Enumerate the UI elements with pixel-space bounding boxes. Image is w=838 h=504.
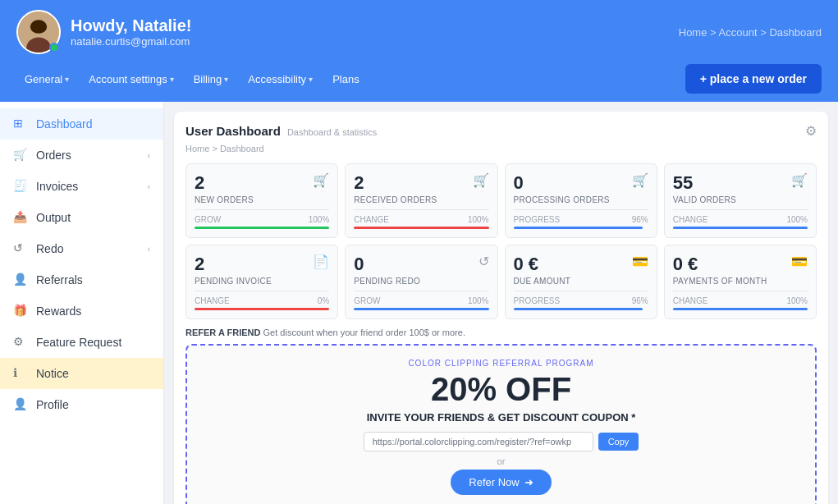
header-right: Home > Account > Dashboard — [679, 26, 822, 39]
refer-box: COLOR CLIPPING REFERRAL PROGRAM 20% OFF … — [185, 344, 817, 504]
dashboard-title-wrap: User Dashboard Dashboard & statistics — [185, 124, 377, 138]
nav-accessibility[interactable]: Accessibility ▾ — [240, 69, 321, 89]
stat-pending-redo: 0 ↺ PENDING REDO GROW 100% — [345, 245, 497, 319]
refer-link-input[interactable] — [364, 432, 593, 451]
main-layout: ⊞ Dashboard 🛒 Orders ‹ 🧾 Invoices ‹ 📤 Ou… — [0, 102, 838, 504]
stat-valid-orders: 55 🛒 VALID ORDERS CHANGE 100% — [664, 163, 817, 238]
chevron-down-icon: ▾ — [170, 75, 174, 84]
cart-check-icon: 🛒 — [791, 172, 808, 188]
stat-new-orders-label: NEW ORDERS — [195, 195, 329, 204]
stat-pending-invoice: 2 📄 PENDING INVOICE CHANGE 0% — [185, 245, 338, 319]
nav-account-settings-label: Account settings — [89, 73, 167, 85]
sidebar-item-referrals[interactable]: 👤 Referrals — [0, 264, 163, 296]
settings-button[interactable]: ⚙ — [805, 123, 817, 139]
sidebar-item-dashboard[interactable]: ⊞ Dashboard — [0, 108, 163, 140]
stat-processing-label: PROCESSING ORDERS — [514, 195, 648, 204]
online-indicator — [49, 43, 59, 53]
sidebar-label-referrals: Referrals — [36, 273, 83, 286]
sidebar-item-output[interactable]: 📤 Output — [0, 202, 163, 233]
dashboard-card: User Dashboard Dashboard & statistics ⚙ … — [174, 112, 828, 504]
nav-plans[interactable]: Plans — [324, 69, 368, 89]
chevron-down-icon: ▾ — [224, 75, 228, 84]
greeting: Howdy, Natalie! — [71, 16, 191, 35]
stat-progress-value: 96% — [632, 215, 648, 224]
sidebar-item-notice[interactable]: ℹ Notice — [0, 358, 163, 389]
stat-valid-change-label: CHANGE — [673, 215, 708, 224]
notice-icon: ℹ — [13, 366, 28, 381]
refer-link-row: Copy — [200, 432, 802, 451]
stat-received-bottom: CHANGE 100% — [354, 215, 488, 224]
stat-payments-month: 0 € 💳 PAYMENTS OF MONTH CHANGE 100% — [664, 245, 817, 319]
sidebar: ⊞ Dashboard 🛒 Orders ‹ 🧾 Invoices ‹ 📤 Ou… — [0, 102, 164, 504]
stat-due-amount-number: 0 € — [514, 254, 539, 275]
sidebar-item-orders[interactable]: 🛒 Orders ‹ — [0, 140, 163, 171]
stat-pending-invoice-number: 2 — [195, 254, 204, 275]
stat-valid-change-value: 100% — [786, 215, 808, 224]
stat-pending-redo-number: 0 — [354, 254, 364, 275]
sidebar-item-redo[interactable]: ↺ Redo ‹ — [0, 233, 163, 264]
refer-invite-text: INVITE YOUR FRIENDS & GET DISCOUNT COUPO… — [200, 411, 802, 424]
chevron-icon: ‹ — [148, 245, 150, 254]
arrow-right-icon: ➜ — [524, 476, 533, 488]
stat-grow-value: 100% — [309, 215, 330, 224]
redo-stat-icon: ↺ — [479, 254, 489, 269]
orders-icon: 🛒 — [13, 148, 28, 163]
referrals-icon: 👤 — [13, 273, 28, 287]
user-email: natalie.curtis@gmail.com — [71, 35, 191, 48]
sidebar-item-profile[interactable]: 👤 Profile — [0, 389, 163, 420]
stat-received-number: 2 — [354, 172, 364, 194]
cart-outline-icon: 🛒 — [473, 172, 489, 188]
stat-bar — [195, 227, 329, 229]
sidebar-label-profile: Profile — [36, 398, 69, 411]
stat-new-orders-bottom: GROW 100% — [195, 215, 329, 224]
stats-grid-row1: 2 🛒 NEW ORDERS GROW 100% 2 🛒 — [185, 163, 817, 238]
sidebar-item-feature-request[interactable]: ⚙ Feature Request — [0, 327, 163, 358]
stat-bar — [354, 308, 488, 310]
sidebar-label-notice: Notice — [36, 367, 69, 380]
nav-billing[interactable]: Billing ▾ — [185, 69, 237, 89]
refer-label: REFER A FRIEND Get discount when your fr… — [185, 328, 817, 337]
stat-change-label: CHANGE — [354, 215, 389, 224]
stat-new-orders-number: 2 — [195, 172, 204, 194]
stat-payments-month-label: PAYMENTS OF MONTH — [673, 277, 808, 286]
stat-received-label: RECEIVED ORDERS — [354, 195, 488, 204]
invoices-icon: 🧾 — [13, 179, 28, 194]
svg-point-5 — [32, 21, 46, 31]
rewards-icon: 🎁 — [13, 304, 28, 318]
sidebar-label-output: Output — [36, 211, 71, 224]
sidebar-label-redo: Redo — [36, 242, 63, 255]
chevron-down-icon: ▾ — [65, 75, 69, 84]
breadcrumb: Home > Account > Dashboard — [679, 26, 822, 39]
stat-payments-month-number: 0 € — [673, 254, 698, 275]
stat-new-orders: 2 🛒 NEW ORDERS GROW 100% — [185, 163, 338, 238]
nav-general[interactable]: General ▾ — [16, 69, 77, 89]
dashboard-subtitle: Dashboard & statistics — [287, 127, 377, 137]
sidebar-label-dashboard: Dashboard — [36, 117, 93, 131]
sidebar-item-rewards[interactable]: 🎁 Rewards — [0, 296, 163, 327]
copy-button[interactable]: Copy — [598, 433, 639, 451]
content-area: User Dashboard Dashboard & statistics ⚙ … — [164, 102, 838, 504]
wallet-2-icon: 💳 — [791, 254, 808, 269]
stat-valid-bottom: CHANGE 100% — [673, 215, 808, 224]
avatar-wrap — [16, 10, 61, 54]
refer-now-button[interactable]: Refer Now ➜ — [451, 470, 551, 495]
redo-icon: ↺ — [13, 241, 28, 256]
stat-pending-redo-label: PENDING REDO — [354, 277, 488, 286]
refer-or: or — [200, 456, 802, 466]
stat-due-amount-label: DUE AMOUNT — [514, 277, 648, 286]
nav-account-settings[interactable]: Account settings ▾ — [80, 69, 181, 89]
nav-general-label: General — [25, 73, 62, 85]
navbar: General ▾ Account settings ▾ Billing ▾ A… — [0, 64, 838, 102]
chevron-icon: ‹ — [148, 151, 150, 160]
cart-icon: 🛒 — [313, 172, 329, 188]
profile-icon: 👤 — [13, 397, 28, 412]
stat-bar — [195, 308, 329, 310]
stat-processing-bottom: PROGRESS 96% — [514, 215, 648, 224]
chevron-icon: ‹ — [148, 182, 150, 191]
refer-now-label: Refer Now — [469, 476, 519, 488]
stat-due-amount: 0 € 💳 DUE AMOUNT PROGRESS 96% — [505, 245, 657, 319]
place-order-button[interactable]: + place a new order — [685, 64, 822, 94]
nav-accessibility-label: Accessibility — [248, 73, 306, 85]
sidebar-label-orders: Orders — [36, 149, 71, 162]
sidebar-item-invoices[interactable]: 🧾 Invoices ‹ — [0, 171, 163, 202]
